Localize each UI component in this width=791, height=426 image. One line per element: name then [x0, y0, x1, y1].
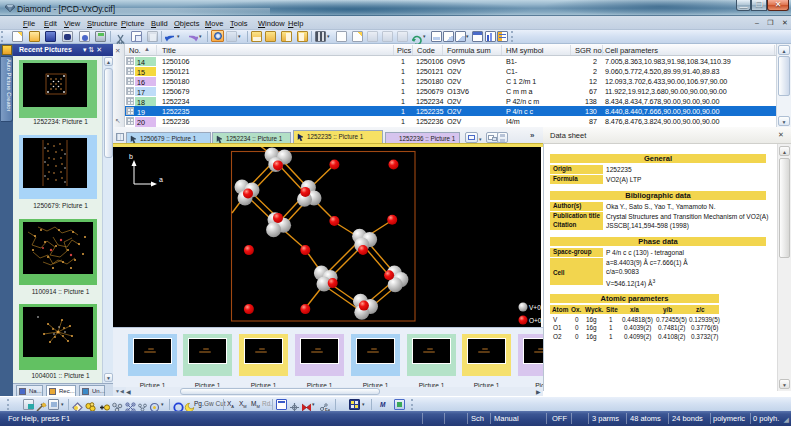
svg-text:a: a — [159, 176, 163, 183]
svg-text:b: b — [129, 153, 133, 160]
svg-text:O+0: O+0 — [529, 317, 541, 324]
svg-text:V+0: V+0 — [529, 304, 541, 311]
